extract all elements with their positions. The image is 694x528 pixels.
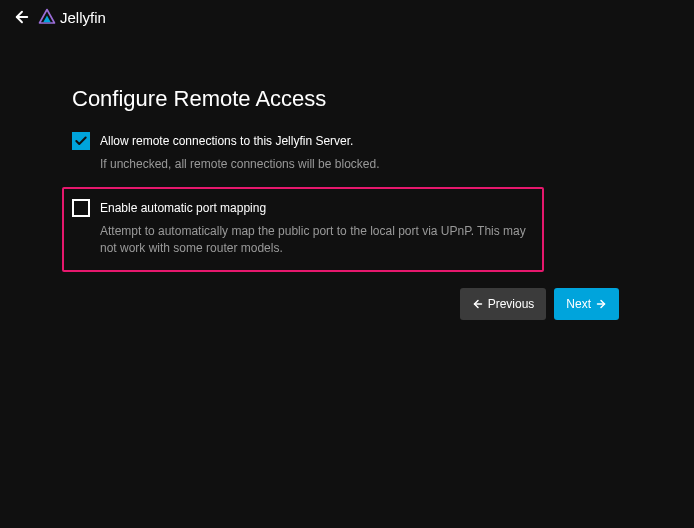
allow-remote-label[interactable]: Allow remote connections to this Jellyfi… (100, 132, 353, 150)
port-mapping-row: Enable automatic port mapping (72, 199, 534, 217)
arrow-right-icon (595, 298, 607, 310)
next-button[interactable]: Next (554, 288, 619, 320)
allow-remote-desc: If unchecked, all remote connections wil… (100, 156, 624, 173)
port-mapping-desc: Attempt to automatically map the public … (100, 223, 534, 257)
app-header: Jellyfin (0, 0, 694, 34)
port-mapping-checkbox[interactable] (72, 199, 90, 217)
arrow-left-icon (13, 8, 31, 26)
brand-logo: Jellyfin (38, 8, 106, 26)
back-button[interactable] (10, 5, 34, 29)
port-mapping-highlight: Enable automatic port mapping Attempt to… (62, 187, 544, 273)
page-title: Configure Remote Access (72, 86, 624, 112)
next-label: Next (566, 297, 591, 311)
allow-remote-row: Allow remote connections to this Jellyfi… (72, 132, 624, 150)
main-content: Configure Remote Access Allow remote con… (0, 34, 694, 320)
allow-remote-checkbox[interactable] (72, 132, 90, 150)
jellyfin-logo-icon (38, 8, 56, 26)
port-mapping-label[interactable]: Enable automatic port mapping (100, 199, 266, 217)
previous-button[interactable]: Previous (460, 288, 547, 320)
previous-label: Previous (488, 297, 535, 311)
brand-name: Jellyfin (60, 9, 106, 26)
nav-buttons: Previous Next (72, 288, 619, 320)
arrow-left-icon (472, 298, 484, 310)
check-icon (74, 134, 88, 148)
allow-remote-option: Allow remote connections to this Jellyfi… (72, 132, 624, 173)
